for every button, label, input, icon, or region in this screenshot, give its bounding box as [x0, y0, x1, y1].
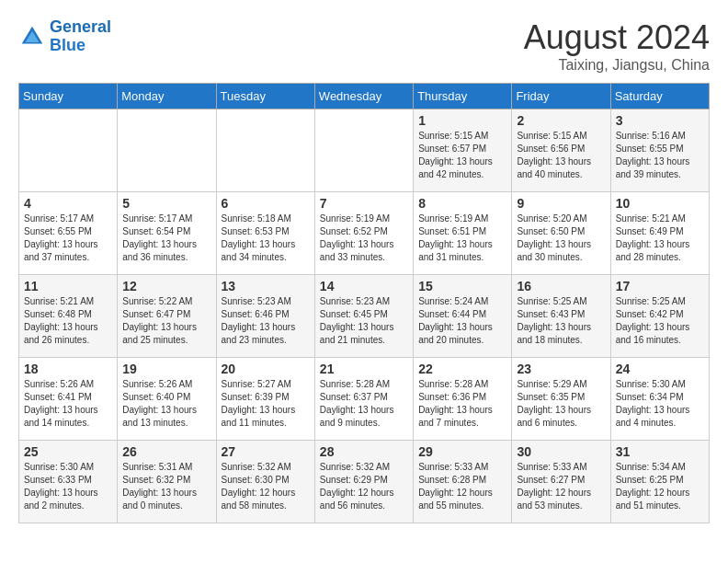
calendar-cell: 13Sunrise: 5:23 AM Sunset: 6:46 PM Dayli… [216, 275, 314, 358]
calendar-week-row: 4Sunrise: 5:17 AM Sunset: 6:55 PM Daylig… [19, 192, 710, 275]
day-of-week-header: Monday [118, 84, 216, 109]
day-info: Sunrise: 5:21 AM Sunset: 6:48 PM Dayligh… [24, 295, 112, 347]
calendar-cell: 4Sunrise: 5:17 AM Sunset: 6:55 PM Daylig… [19, 192, 118, 275]
logo-icon [18, 23, 46, 51]
day-info: Sunrise: 5:23 AM Sunset: 6:46 PM Dayligh… [222, 295, 310, 347]
calendar-cell: 8Sunrise: 5:19 AM Sunset: 6:51 PM Daylig… [414, 192, 512, 275]
calendar-cell: 1Sunrise: 5:15 AM Sunset: 6:57 PM Daylig… [414, 109, 512, 192]
day-number: 9 [517, 196, 605, 211]
calendar-body: 1Sunrise: 5:15 AM Sunset: 6:57 PM Daylig… [19, 109, 710, 523]
calendar-cell: 17Sunrise: 5:25 AM Sunset: 6:42 PM Dayli… [610, 275, 709, 358]
day-number: 6 [222, 196, 310, 211]
calendar-cell: 11Sunrise: 5:21 AM Sunset: 6:48 PM Dayli… [19, 275, 118, 358]
day-number: 14 [320, 279, 408, 293]
day-of-week-header: Tuesday [216, 84, 314, 109]
calendar-cell: 21Sunrise: 5:28 AM Sunset: 6:37 PM Dayli… [314, 358, 413, 441]
day-info: Sunrise: 5:19 AM Sunset: 6:51 PM Dayligh… [418, 213, 506, 264]
day-number: 28 [320, 444, 408, 459]
calendar-week-row: 1Sunrise: 5:15 AM Sunset: 6:57 PM Daylig… [19, 109, 710, 192]
day-info: Sunrise: 5:25 AM Sunset: 6:42 PM Dayligh… [616, 295, 704, 347]
day-number: 8 [418, 196, 506, 211]
logo-text: General Blue [50, 18, 111, 55]
page-header: General Blue August 2024 Taixing, Jiangs… [18, 18, 710, 74]
calendar-cell: 25Sunrise: 5:30 AM Sunset: 6:33 PM Dayli… [19, 441, 118, 523]
calendar-cell: 5Sunrise: 5:17 AM Sunset: 6:54 PM Daylig… [118, 192, 216, 275]
calendar-cell: 29Sunrise: 5:33 AM Sunset: 6:28 PM Dayli… [414, 441, 512, 523]
day-info: Sunrise: 5:22 AM Sunset: 6:47 PM Dayligh… [122, 295, 210, 347]
calendar-cell: 18Sunrise: 5:26 AM Sunset: 6:41 PM Dayli… [19, 358, 118, 441]
calendar-cell: 24Sunrise: 5:30 AM Sunset: 6:34 PM Dayli… [610, 358, 709, 441]
day-info: Sunrise: 5:32 AM Sunset: 6:30 PM Dayligh… [222, 461, 310, 512]
day-info: Sunrise: 5:20 AM Sunset: 6:50 PM Dayligh… [517, 213, 605, 264]
calendar-cell: 28Sunrise: 5:32 AM Sunset: 6:29 PM Dayli… [314, 441, 413, 523]
calendar-cell: 2Sunrise: 5:15 AM Sunset: 6:56 PM Daylig… [512, 109, 610, 192]
calendar-cell [216, 109, 314, 192]
calendar-week-row: 25Sunrise: 5:30 AM Sunset: 6:33 PM Dayli… [19, 441, 710, 523]
day-of-week-header: Saturday [610, 84, 709, 109]
day-info: Sunrise: 5:19 AM Sunset: 6:52 PM Dayligh… [320, 213, 408, 264]
day-info: Sunrise: 5:33 AM Sunset: 6:27 PM Dayligh… [517, 461, 605, 512]
calendar-cell: 3Sunrise: 5:16 AM Sunset: 6:55 PM Daylig… [610, 109, 709, 192]
calendar-cell: 31Sunrise: 5:34 AM Sunset: 6:25 PM Dayli… [610, 441, 709, 523]
day-info: Sunrise: 5:24 AM Sunset: 6:44 PM Dayligh… [418, 295, 506, 347]
title-block: August 2024 Taixing, Jiangsu, China [524, 18, 710, 74]
calendar-week-row: 11Sunrise: 5:21 AM Sunset: 6:48 PM Dayli… [19, 275, 710, 358]
day-number: 26 [122, 444, 210, 459]
calendar-cell: 9Sunrise: 5:20 AM Sunset: 6:50 PM Daylig… [512, 192, 610, 275]
day-number: 11 [24, 279, 112, 293]
day-info: Sunrise: 5:18 AM Sunset: 6:53 PM Dayligh… [222, 213, 310, 264]
day-info: Sunrise: 5:23 AM Sunset: 6:45 PM Dayligh… [320, 295, 408, 347]
calendar-header-row: SundayMondayTuesdayWednesdayThursdayFrid… [19, 84, 710, 109]
day-number: 10 [616, 196, 704, 211]
calendar-cell: 30Sunrise: 5:33 AM Sunset: 6:27 PM Dayli… [512, 441, 610, 523]
subtitle: Taixing, Jiangsu, China [524, 57, 710, 74]
calendar-cell [19, 109, 118, 192]
day-info: Sunrise: 5:28 AM Sunset: 6:36 PM Dayligh… [418, 378, 506, 430]
day-number: 20 [222, 362, 310, 376]
calendar-cell: 23Sunrise: 5:29 AM Sunset: 6:35 PM Dayli… [512, 358, 610, 441]
logo-line2: Blue [50, 37, 111, 55]
day-info: Sunrise: 5:27 AM Sunset: 6:39 PM Dayligh… [222, 378, 310, 430]
day-number: 4 [24, 196, 112, 211]
calendar-cell: 12Sunrise: 5:22 AM Sunset: 6:47 PM Dayli… [118, 275, 216, 358]
day-info: Sunrise: 5:15 AM Sunset: 6:57 PM Dayligh… [418, 130, 506, 181]
day-info: Sunrise: 5:34 AM Sunset: 6:25 PM Dayligh… [616, 461, 704, 512]
day-of-week-header: Sunday [19, 84, 118, 109]
day-info: Sunrise: 5:30 AM Sunset: 6:33 PM Dayligh… [24, 461, 112, 512]
day-number: 25 [24, 444, 112, 459]
day-number: 31 [616, 444, 704, 459]
day-info: Sunrise: 5:32 AM Sunset: 6:29 PM Dayligh… [320, 461, 408, 512]
day-info: Sunrise: 5:25 AM Sunset: 6:43 PM Dayligh… [517, 295, 605, 347]
calendar-cell: 7Sunrise: 5:19 AM Sunset: 6:52 PM Daylig… [314, 192, 413, 275]
day-info: Sunrise: 5:31 AM Sunset: 6:32 PM Dayligh… [122, 461, 210, 512]
calendar-cell: 15Sunrise: 5:24 AM Sunset: 6:44 PM Dayli… [414, 275, 512, 358]
day-info: Sunrise: 5:21 AM Sunset: 6:49 PM Dayligh… [616, 213, 704, 264]
day-info: Sunrise: 5:16 AM Sunset: 6:55 PM Dayligh… [616, 130, 704, 181]
day-number: 3 [616, 113, 704, 128]
day-number: 13 [222, 279, 310, 293]
calendar-cell [118, 109, 216, 192]
day-info: Sunrise: 5:26 AM Sunset: 6:41 PM Dayligh… [24, 378, 112, 430]
day-number: 12 [122, 279, 210, 293]
day-number: 24 [616, 362, 704, 376]
calendar-cell: 14Sunrise: 5:23 AM Sunset: 6:45 PM Dayli… [314, 275, 413, 358]
calendar-cell: 27Sunrise: 5:32 AM Sunset: 6:30 PM Dayli… [216, 441, 314, 523]
calendar-cell: 20Sunrise: 5:27 AM Sunset: 6:39 PM Dayli… [216, 358, 314, 441]
calendar-cell: 26Sunrise: 5:31 AM Sunset: 6:32 PM Dayli… [118, 441, 216, 523]
calendar-cell: 10Sunrise: 5:21 AM Sunset: 6:49 PM Dayli… [610, 192, 709, 275]
day-number: 23 [517, 362, 605, 376]
day-info: Sunrise: 5:33 AM Sunset: 6:28 PM Dayligh… [418, 461, 506, 512]
calendar-cell: 22Sunrise: 5:28 AM Sunset: 6:36 PM Dayli… [414, 358, 512, 441]
logo-line1: General [50, 17, 111, 36]
day-number: 16 [517, 279, 605, 293]
day-number: 27 [222, 444, 310, 459]
calendar-cell: 16Sunrise: 5:25 AM Sunset: 6:43 PM Dayli… [512, 275, 610, 358]
day-number: 21 [320, 362, 408, 376]
day-of-week-header: Wednesday [314, 84, 413, 109]
calendar-cell: 6Sunrise: 5:18 AM Sunset: 6:53 PM Daylig… [216, 192, 314, 275]
day-info: Sunrise: 5:28 AM Sunset: 6:37 PM Dayligh… [320, 378, 408, 430]
day-number: 29 [418, 444, 506, 459]
day-number: 1 [418, 113, 506, 128]
day-number: 5 [122, 196, 210, 211]
day-number: 22 [418, 362, 506, 376]
